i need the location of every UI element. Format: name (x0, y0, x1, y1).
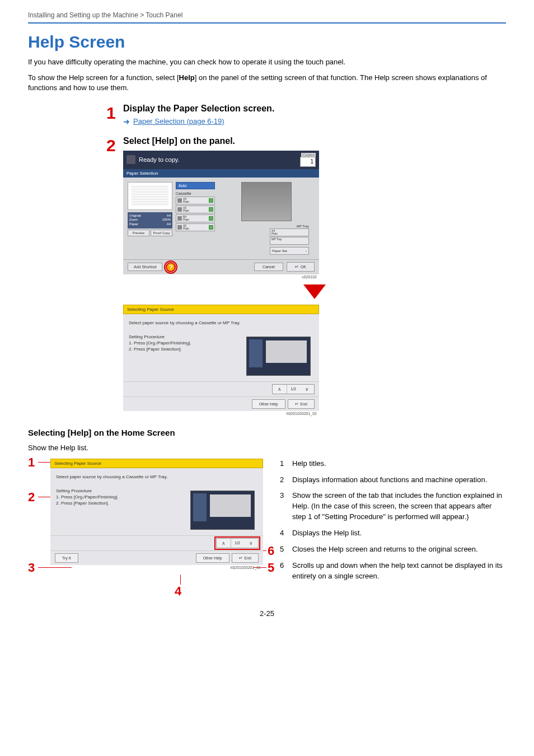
copies-value[interactable]: 1 (300, 157, 316, 167)
cassette-row-1[interactable]: A4Plain (176, 197, 215, 204)
callout-desc-1-text: Help titles. (292, 459, 326, 469)
callout-desc-4: 4Displays the Help list. (280, 528, 506, 539)
callout-desc-4-text: Displays the Help list. (292, 528, 362, 539)
intro2-pre: To show the Help screen for a function, … (28, 73, 179, 82)
try-it-button[interactable]: Try It (55, 553, 78, 563)
cassette-3-type: Plain (183, 218, 189, 221)
step-2: 2 Select [Help] on the panel. Ready to c… (106, 136, 506, 416)
mp-tray-row-2[interactable]: MP Tray (270, 237, 309, 245)
paper-label: Paper (129, 222, 138, 227)
end-button[interactable]: ↵End (232, 553, 259, 563)
enter-icon: ↵ (295, 402, 299, 407)
setting-procedure-line-2: 2. Press [Paper Selection]. (56, 500, 185, 506)
mp-row1-type: Plain (271, 232, 278, 235)
callout-desc-6: 6Scrolls up and down when the help text … (280, 561, 506, 582)
paper-set-button[interactable]: Paper Set.› (270, 247, 309, 255)
zoom-value: 100% (162, 218, 171, 222)
intro2-bold: Help (179, 73, 195, 82)
help-window-screenshot-b: Selecting Paper Source Select paper sour… (50, 459, 263, 570)
enter-icon: ↵ (295, 264, 299, 269)
callout-desc-6-num: 6 (280, 561, 288, 582)
callout-desc-2: 2Displays information about functions an… (280, 475, 506, 486)
tray-icon (177, 216, 182, 221)
tray-icon (177, 198, 182, 203)
end-label: End (301, 402, 307, 406)
ok-label: OK (301, 265, 306, 269)
mp-tray-label: MP Tray (297, 225, 309, 228)
topbar-title: Ready to copy. (139, 156, 300, 163)
image-id: h0201020201_02 (123, 411, 319, 416)
callout-5: 5 (268, 561, 274, 575)
breadcrumb: Installing and Setting up the Machine > … (28, 11, 506, 24)
callout-desc-2-num: 2 (280, 475, 288, 486)
page-down-button[interactable]: ∨ (299, 385, 314, 394)
other-help-button[interactable]: Other Help (252, 399, 285, 409)
chevron-right-icon: › (306, 249, 307, 253)
subbar-title: Paper Selection (123, 169, 319, 178)
callout-desc-1-num: 1 (280, 459, 288, 469)
callout-desc-3: 3Show the screen of the tab that include… (280, 491, 506, 522)
annotated-figure: 1 2 3 4 5 6 Selecting Paper Source Selec… (28, 459, 263, 570)
callout-desc-3-text: Show the screen of the tab that includes… (292, 491, 506, 522)
copy-icon (127, 155, 135, 164)
setting-procedure-line-2: 2. Press [Paper Selection]. (129, 346, 241, 352)
page-indicator: 1/2 (231, 539, 243, 548)
subsection-intro: Show the Help list. (28, 443, 506, 453)
page-nav-group: ∧ 1/2 ∨ (216, 538, 259, 548)
cassette-1-type: Plain (183, 200, 189, 203)
callout-desc-5: 5Closes the Help screen and returns to t… (280, 544, 506, 555)
ok-button[interactable]: ↵OK (287, 262, 315, 272)
tray-icon (177, 207, 182, 212)
document-preview (128, 182, 172, 210)
callout-desc-3-num: 3 (280, 491, 288, 522)
original-value: A4 (167, 214, 171, 218)
image-id: h0201020201_01 (50, 565, 263, 570)
auto-button[interactable]: Auto (176, 182, 215, 189)
end-label: End (245, 556, 251, 560)
callout-descriptions: 1Help titles. 2Displays information abou… (280, 459, 506, 587)
check-icon (209, 207, 213, 212)
cassette-row-2[interactable]: A3Plain (176, 206, 215, 213)
callout-desc-4-num: 4 (280, 528, 288, 539)
step-1-number: 1 (106, 104, 123, 126)
help-title-bar: Selecting Paper Source (50, 459, 263, 468)
cassette-row-3[interactable]: B4Plain (176, 214, 215, 222)
page-down-button[interactable]: ∨ (243, 539, 258, 548)
original-label: Original (129, 214, 141, 218)
proof-copy-button[interactable]: Proof Copy (151, 230, 172, 236)
page-up-button[interactable]: ∧ (273, 385, 287, 394)
cancel-button[interactable]: Cancel (254, 263, 283, 271)
cassette-label: Cassette (176, 192, 215, 195)
cassette-4-type: Plain (183, 227, 189, 230)
mp-tray-row-1[interactable]: A4Plain (270, 228, 309, 236)
zoom-label: Zoom (129, 218, 138, 222)
setting-procedure-line-1: 1. Press [Org./Paper/Finishing]. (129, 340, 241, 346)
mp-row2-size: MP Tray (271, 237, 282, 241)
page-up-button[interactable]: ∧ (217, 539, 231, 548)
callout-desc-5-num: 5 (280, 544, 288, 555)
down-arrow-icon (303, 284, 326, 299)
step-2-heading: Select [Help] on the panel. (123, 136, 506, 146)
paper-value: A4 (167, 222, 171, 227)
callout-2: 2 (28, 490, 35, 505)
help-screenshot-thumb (246, 337, 311, 376)
cassette-row-4[interactable]: A5Plain (176, 223, 215, 231)
copies-label: Copies (301, 153, 316, 157)
image-id: c020102 (123, 274, 319, 279)
end-button[interactable]: ↵End (288, 399, 315, 409)
paper-selection-screenshot: Ready to copy. Copies 1 Paper Selection … (123, 151, 319, 279)
other-help-button[interactable]: Other Help (196, 553, 229, 563)
step-2-number: 2 (106, 136, 123, 416)
callout-4: 4 (175, 584, 181, 599)
add-shortcut-button[interactable]: Add Shortcut (128, 263, 162, 271)
tray-icon (177, 225, 182, 230)
paper-selection-link[interactable]: Paper Selection (page 6-19) (133, 117, 224, 125)
preview-button[interactable]: Preview (128, 230, 149, 236)
help-window-screenshot-a: Selecting Paper Source Select paper sour… (123, 305, 319, 416)
cassette-2-type: Plain (183, 209, 189, 212)
callout-desc-6-text: Scrolls up and down when the help text c… (292, 561, 506, 582)
setting-procedure-heading: Setting Procedure (129, 334, 241, 340)
paper-set-label: Paper Set. (272, 249, 288, 253)
help-button[interactable]: ? (166, 262, 176, 272)
page-nav-group: ∧ 1/2 ∨ (272, 384, 315, 394)
